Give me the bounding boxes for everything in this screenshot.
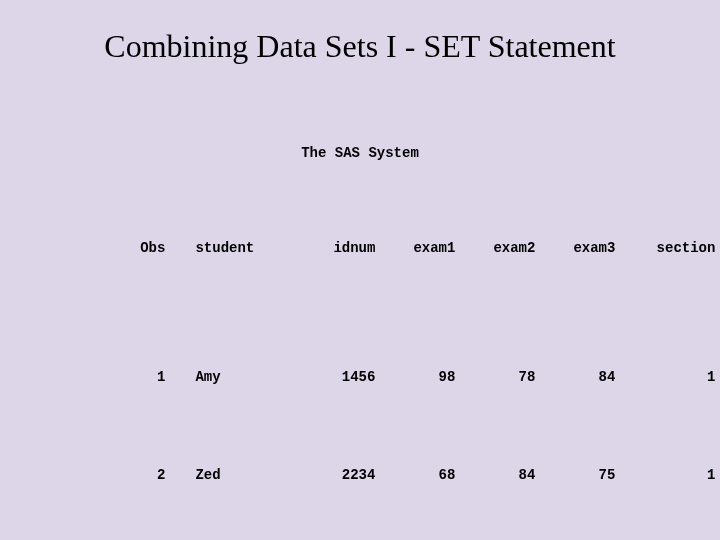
cell-exam3: 75 (535, 466, 615, 486)
cell-exam3: 84 (535, 368, 615, 388)
cell-section: 1 (615, 368, 715, 388)
sas-output-listing: Obsstudentidnumexam1exam2exam3section 1A… (60, 180, 715, 540)
cell-exam2: 78 (455, 368, 535, 388)
table-row: 1Amy14569878841 (60, 349, 715, 408)
cell-student: Amy (165, 368, 295, 388)
col-header-student: student (165, 239, 295, 259)
col-header-idnum: idnum (295, 239, 375, 259)
cell-obs: 2 (110, 466, 165, 486)
col-header-obs: Obs (110, 239, 165, 259)
cell-section: 1 (615, 466, 715, 486)
col-header-exam1: exam1 (375, 239, 455, 259)
col-header-exam3: exam3 (535, 239, 615, 259)
cell-exam1: 68 (375, 466, 455, 486)
cell-obs: 1 (110, 368, 165, 388)
table-row: 2Zed22346884751 (60, 447, 715, 506)
col-header-exam2: exam2 (455, 239, 535, 259)
col-header-section: section (615, 239, 715, 259)
cell-idnum: 2234 (295, 466, 375, 486)
cell-idnum: 1456 (295, 368, 375, 388)
sas-system-title: The SAS System (0, 145, 720, 161)
table-header-row: Obsstudentidnumexam1exam2exam3section (60, 219, 715, 278)
page-title: Combining Data Sets I - SET Statement (0, 28, 720, 65)
slide: Combining Data Sets I - SET Statement Th… (0, 0, 720, 540)
cell-exam1: 98 (375, 368, 455, 388)
cell-student: Zed (165, 466, 295, 486)
cell-exam2: 84 (455, 466, 535, 486)
